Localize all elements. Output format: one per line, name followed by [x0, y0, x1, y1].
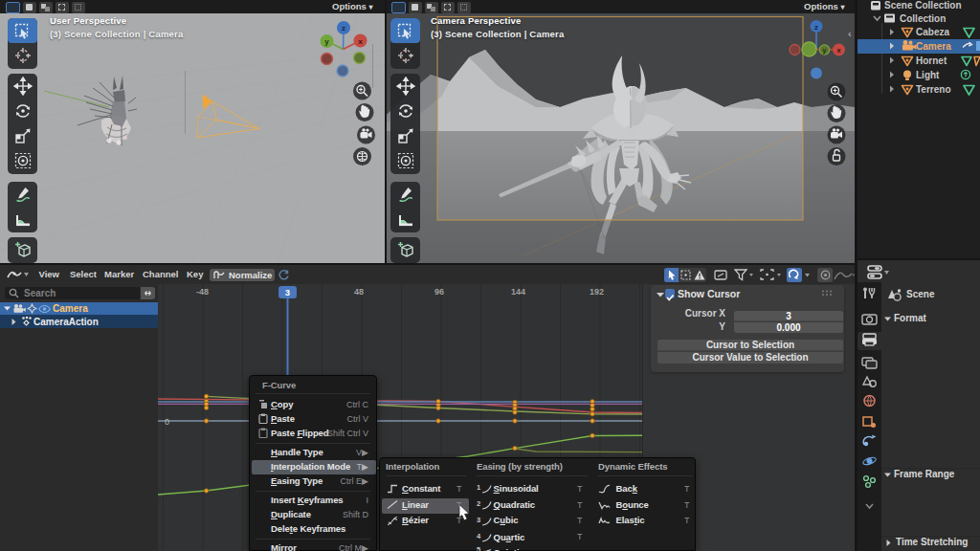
svg-text:3: 3: [477, 516, 480, 524]
svg-text:z: z: [342, 24, 345, 33]
svg-text:x: x: [358, 37, 363, 46]
svg-text:‹: ‹: [848, 28, 852, 39]
svg-text:y: y: [324, 37, 329, 46]
svg-text:0: 0: [165, 417, 169, 427]
svg-text:1: 1: [477, 483, 480, 492]
svg-text:2: 2: [477, 499, 480, 508]
svg-text:x: x: [836, 46, 841, 55]
svg-text:z: z: [814, 23, 818, 32]
svg-text:y: y: [823, 47, 827, 55]
svg-text:4: 4: [477, 532, 481, 540]
svg-text:5: 5: [477, 545, 480, 551]
